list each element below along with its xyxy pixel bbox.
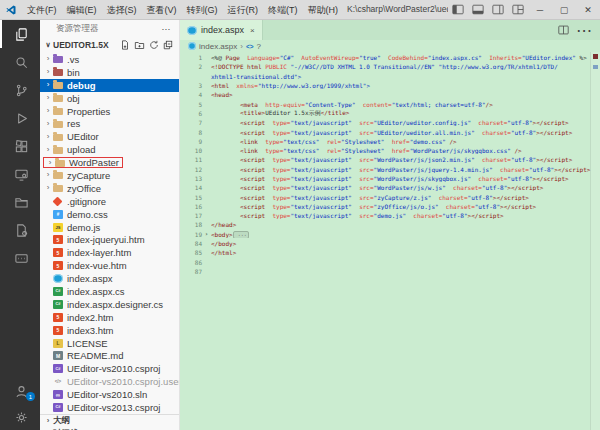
- tree-item-.gitignore[interactable]: .gitignore: [40, 195, 179, 208]
- tree-item-index-vue.htm[interactable]: 5index-vue.htm: [40, 259, 179, 272]
- code-line[interactable]: 13 <script type="text/javascript" src="W…: [180, 174, 600, 183]
- activity-run-debug-icon[interactable]: [0, 104, 40, 132]
- breadcrumb-symbol[interactable]: ?: [257, 42, 261, 51]
- activity-source-control-icon[interactable]: [0, 76, 40, 104]
- activity-extensions-icon[interactable]: [0, 132, 40, 160]
- split-editor-icon[interactable]: [558, 21, 569, 39]
- project-section-header[interactable]: ∨ UEDITOR1.5X: [40, 37, 179, 53]
- menu-item-6[interactable]: 终端(T): [263, 0, 303, 20]
- code-line[interactable]: 85</html>: [180, 248, 600, 257]
- code-line[interactable]: 4<head>: [180, 90, 600, 99]
- code-line[interactable]: 7 <script type="text/javascript" src="UE…: [180, 118, 600, 127]
- token: "utf-8": [482, 184, 507, 191]
- code-line[interactable]: xhtml1-transitional.dtd">: [180, 72, 600, 81]
- code-line[interactable]: 18</head>: [180, 220, 600, 229]
- tree-item-index.aspx.designer.cs[interactable]: C#index.aspx.designer.cs: [40, 298, 179, 311]
- code-line[interactable]: 87: [180, 267, 600, 276]
- tree-item-zyCapture[interactable]: ›zyCapture: [40, 169, 179, 182]
- tree-item-index-jqueryui.htm[interactable]: 5index-jqueryui.htm: [40, 233, 179, 246]
- line-number: 7: [180, 119, 202, 126]
- tree-item-index2.htm[interactable]: 5index2.htm: [40, 311, 179, 324]
- activity-project-folder-icon[interactable]: [0, 188, 40, 216]
- code-line[interactable]: 17 <script type="text/javascript" src="d…: [180, 211, 600, 220]
- tree-item-WordPaster[interactable]: ›WordPaster: [40, 156, 179, 169]
- code-line[interactable]: 14 <script type="text/javascript" src="W…: [180, 183, 600, 192]
- tree-item-.vs[interactable]: ›.vs: [40, 53, 179, 66]
- close-button[interactable]: ✕: [576, 0, 600, 20]
- tree-item-obj[interactable]: ›obj: [40, 92, 179, 105]
- more-actions-icon[interactable]: ⋯: [162, 24, 172, 34]
- tab-close-icon[interactable]: ×: [250, 26, 255, 35]
- fold-collapsed-icon[interactable]: ›: [202, 231, 211, 238]
- outline-section-header[interactable]: › 大纲: [40, 415, 179, 428]
- chevron-right-icon: ›: [43, 55, 53, 63]
- tree-item-UEditor[interactable]: ›UEditor: [40, 130, 179, 143]
- code-line[interactable]: 16 <script type="text/javascript" src="z…: [180, 202, 600, 211]
- activity-explorer-icon[interactable]: [0, 20, 40, 48]
- toggle-panel-icon[interactable]: [468, 0, 488, 20]
- code-line[interactable]: 1<%@ Page Language="C#" AutoEventWireup=…: [180, 53, 600, 62]
- tree-item-UEditor-vs2013.csproj[interactable]: C#UEditor-vs2013.csproj: [40, 401, 179, 414]
- tree-item-LICENSE[interactable]: LLICENSE: [40, 337, 179, 350]
- tree-item-zyOffice[interactable]: ›zyOffice: [40, 182, 179, 195]
- code-line[interactable]: 3<html xmlns="http://www.w3.org/1999/xht…: [180, 81, 600, 90]
- tree-item-UEditor-vs2010.csproj[interactable]: C#UEditor-vs2010.csproj: [40, 362, 179, 375]
- code-line[interactable]: 9 <link type="text/css" rel="Stylesheet"…: [180, 137, 600, 146]
- menu-item-0[interactable]: 文件(F): [22, 0, 62, 20]
- tab-index-aspx[interactable]: index.aspx ×: [180, 20, 263, 40]
- code-line[interactable]: 8 <script type="text/javascript" src="UE…: [180, 127, 600, 136]
- menu-item-7[interactable]: 帮助(H): [303, 0, 344, 20]
- activity-remote-explorer-icon[interactable]: [0, 160, 40, 188]
- tree-item-index3.htm[interactable]: 5index3.htm: [40, 324, 179, 337]
- code-line[interactable]: 10 <link type="text/css" rel="Stylesheet…: [180, 146, 600, 155]
- code-line[interactable]: 15 <script type="text/javascript" src="z…: [180, 192, 600, 201]
- menu-item-1[interactable]: 编辑(E): [62, 0, 102, 20]
- tree-item-res[interactable]: ›res: [40, 117, 179, 130]
- tree-item-UEditor-vs2010.csproj.user[interactable]: </>UEditor-vs2010.csproj.user: [40, 375, 179, 388]
- menu-item-5[interactable]: 运行(R): [223, 0, 264, 20]
- tree-item-demo.css[interactable]: #demo.css: [40, 208, 179, 221]
- collapse-all-icon[interactable]: [163, 40, 173, 50]
- tree-item-bin[interactable]: ›bin: [40, 66, 179, 79]
- activity-terminal-panel-icon[interactable]: [0, 244, 40, 272]
- menu-item-2[interactable]: 选择(S): [102, 0, 142, 20]
- menu-item-3[interactable]: 查看(V): [142, 0, 182, 20]
- menu-item-4[interactable]: 转到(G): [182, 0, 223, 20]
- customize-layout-icon[interactable]: [508, 0, 528, 20]
- code-line[interactable]: 11 <script type="text/javascript" src="W…: [180, 155, 600, 164]
- tree-item-Properties[interactable]: ›Properties: [40, 105, 179, 118]
- code-line[interactable]: 12 <script type="text/javascript" src="W…: [180, 165, 600, 174]
- new-file-icon[interactable]: [120, 40, 130, 50]
- toggle-sidebar-icon[interactable]: [448, 0, 468, 20]
- tree-item-index-layer.htm[interactable]: 5index-layer.htm: [40, 246, 179, 259]
- activity-settings-gear-icon[interactable]: [0, 404, 40, 430]
- activity-search-icon[interactable]: [0, 48, 40, 76]
- breadcrumb-file[interactable]: index.aspx: [199, 42, 237, 51]
- new-folder-icon[interactable]: [134, 40, 145, 50]
- toggle-secondary-sidebar-icon[interactable]: [488, 0, 508, 20]
- editor-scrollbar[interactable]: [590, 52, 600, 430]
- minimize-button[interactable]: ─: [528, 0, 552, 20]
- tree-item-index.aspx[interactable]: index.aspx: [40, 272, 179, 285]
- activity-file-settings-icon[interactable]: [0, 216, 40, 244]
- folder-icon: [53, 121, 63, 128]
- tree-item-UEditor-vs2010.sln[interactable]: ∞UEditor-vs2010.sln: [40, 388, 179, 401]
- maximize-button[interactable]: ▢: [552, 0, 576, 20]
- code-line[interactable]: 5 <meta http-equiv="Content-Type" conten…: [180, 99, 600, 108]
- tree-item-index.aspx.cs[interactable]: C#index.aspx.cs: [40, 285, 179, 298]
- code-line[interactable]: 2<!DOCTYPE html PUBLIC "-//W3C//DTD XHTM…: [180, 62, 600, 71]
- activity-account-icon[interactable]: 1: [0, 378, 40, 404]
- tree-item-demo.js[interactable]: JSdemo.js: [40, 221, 179, 234]
- code-line[interactable]: 86: [180, 258, 600, 267]
- folder-vs-icon: [53, 56, 63, 63]
- tree-item-README.md[interactable]: MREADME.md: [40, 349, 179, 362]
- code-line[interactable]: 19›<body> ···: [180, 230, 600, 239]
- tree-item-debug[interactable]: ›debug: [40, 79, 179, 92]
- code-line[interactable]: 84</body>: [180, 239, 600, 248]
- code-line[interactable]: 6 <title>UEditor 1.5x示例</title>: [180, 109, 600, 118]
- tree-item-upload[interactable]: ›upload: [40, 143, 179, 156]
- refresh-icon[interactable]: [149, 40, 159, 50]
- code-text: <script type="text/javascript" src="demo…: [211, 212, 600, 219]
- code-area[interactable]: 1<%@ Page Language="C#" AutoEventWireup=…: [180, 52, 600, 430]
- editor-more-actions-icon[interactable]: ⋯: [576, 21, 593, 40]
